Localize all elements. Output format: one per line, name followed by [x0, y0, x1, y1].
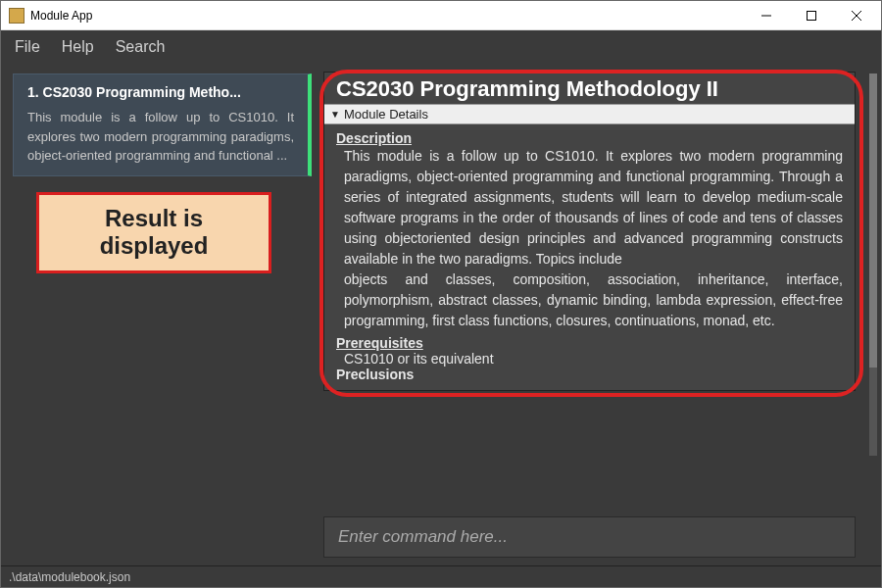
- app-window: Module App File Help Search 1. CS2030 Pr…: [0, 0, 882, 588]
- scrollbar-thumb[interactable]: [869, 74, 877, 368]
- annotation-text: Result is displayed: [57, 205, 251, 262]
- list-item-title: 1. CS2030 Programming Metho...: [27, 84, 294, 100]
- command-placeholder: Enter command here...: [338, 527, 508, 546]
- description-text-1: This module is a follow up to CS1010. It…: [336, 146, 843, 270]
- module-detail-panel: CS2030 Programming Methodology II ▼ Modu…: [323, 72, 856, 391]
- app-icon: [9, 8, 24, 24]
- description-text-2: objects and classes, composition, associ…: [336, 270, 843, 331]
- window-title: Module App: [30, 9, 92, 23]
- main-panel: CS2030 Programming Methodology II ▼ Modu…: [319, 64, 881, 565]
- scrollbar[interactable]: [869, 74, 877, 456]
- module-detail-body: Description This module is a follow up t…: [324, 124, 855, 390]
- sidebar: 1. CS2030 Programming Metho... This modu…: [1, 64, 319, 565]
- titlebar: Module App: [1, 1, 881, 30]
- menu-file[interactable]: File: [15, 38, 40, 56]
- detail-wrap: CS2030 Programming Methodology II ▼ Modu…: [323, 72, 871, 391]
- menubar: File Help Search: [1, 30, 881, 64]
- description-label: Description: [336, 130, 843, 146]
- command-input[interactable]: Enter command here...: [323, 516, 856, 558]
- status-path: .\data\modulebook.json: [9, 570, 130, 584]
- module-details-header[interactable]: ▼ Module Details: [324, 104, 855, 124]
- module-list-item[interactable]: 1. CS2030 Programming Metho... This modu…: [13, 74, 312, 176]
- menu-help[interactable]: Help: [62, 38, 94, 56]
- module-title: CS2030 Programming Methodology II: [324, 73, 855, 104]
- close-button[interactable]: [834, 1, 879, 30]
- annotation-callout: Result is displayed: [36, 192, 271, 274]
- collapse-arrow-icon: ▼: [330, 109, 340, 120]
- maximize-button[interactable]: [789, 1, 834, 30]
- statusbar: .\data\modulebook.json: [1, 565, 881, 587]
- minimize-button[interactable]: [744, 1, 789, 30]
- preclusions-label: Preclusions: [336, 367, 843, 382]
- menu-search[interactable]: Search: [116, 38, 166, 56]
- prerequisites-label: Prerequisites: [336, 335, 843, 351]
- prerequisites-value: CS1010 or its equivalent: [336, 351, 843, 367]
- module-details-label: Module Details: [344, 107, 428, 122]
- svg-rect-1: [808, 11, 816, 20]
- content-area: 1. CS2030 Programming Metho... This modu…: [1, 64, 881, 565]
- list-item-snippet: This module is a follow up to CS1010. It…: [27, 108, 294, 166]
